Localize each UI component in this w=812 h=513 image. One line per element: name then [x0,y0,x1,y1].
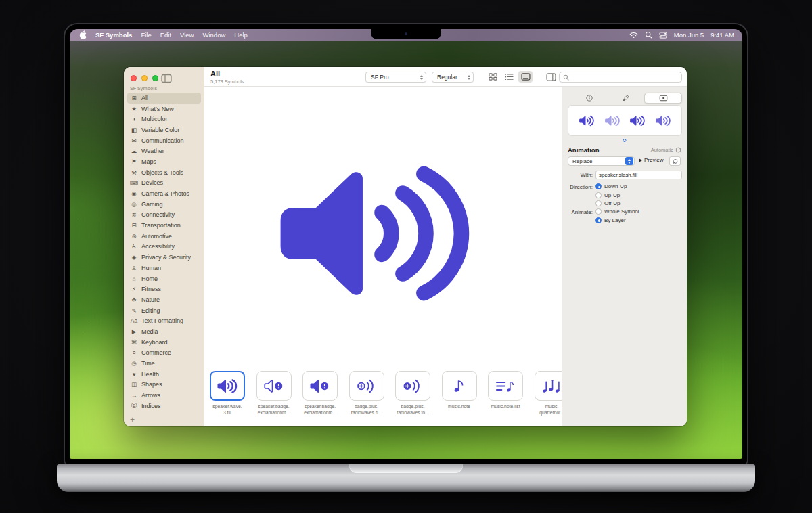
search-input[interactable] [572,74,678,81]
thumbnail-speaker-wave-3-fill[interactable] [210,371,245,401]
automatic-toggle[interactable]: Automatic [651,147,681,153]
search-field[interactable] [559,72,682,83]
thumbnail-music-note-list[interactable] [488,371,523,401]
menubar-menu-help[interactable]: Help [234,31,248,39]
music-note-icon [449,378,470,395]
sidebar-item-label: Automotive [141,233,172,240]
sidebar-item-maps[interactable]: ⚑ Maps [127,156,201,167]
sidebar-item-accessibility[interactable]: ♿ Accessibility [127,242,201,252]
apple-logo-icon[interactable] [79,30,87,39]
sidebar-item-commerce[interactable]: ¤ Commerce [127,348,201,359]
sidebar-item-privacy-security[interactable]: ◈ Privacy & Security [127,252,201,263]
close-button[interactable] [131,75,137,81]
menubar-time[interactable]: 9:41 AM [710,31,734,39]
sidebar-item-camera-photos[interactable]: ◉ Camera & Photos [127,188,201,199]
preview-symbol-speaker-wave-3-fill-1 [579,114,595,127]
menubar-app-name[interactable]: SF Symbols [95,31,132,39]
display-notch [371,29,441,39]
thumbnail-badge-plus-radiowaves-forward[interactable] [395,371,430,401]
sidebar-item-human[interactable]: ♙ Human [127,263,201,273]
laptop-screen: SF Symbols FileEditViewWindowHelp [70,29,742,459]
sidebar-item-label: Variable Color [141,127,179,133]
direction-option-down-up[interactable]: Down-Up [595,183,627,189]
gallery-view-button[interactable] [518,71,533,83]
sidebar-item-transportation[interactable]: ⊟ Transportation [127,220,201,231]
with-symbol-field[interactable] [595,171,682,179]
inspector-tab-info[interactable] [571,93,608,104]
inspector-tabs [571,93,682,104]
with-label: With: [562,172,593,178]
loop-button[interactable] [669,156,681,166]
sidebar-item-indices[interactable]: ⓐ Indices [127,401,201,411]
sidebar-item-home[interactable]: ⌂ Home [127,273,201,284]
control-center-icon[interactable] [659,32,667,39]
inspector-tab-animation[interactable] [644,93,682,104]
map-icon: ⚑ [130,158,138,165]
sidebar-item-arrows[interactable]: → Arrows [127,390,201,401]
sidebar-item-what-s-new[interactable]: ★ What's New [127,104,201,114]
sidebar-item-nature[interactable]: ☘ Nature [127,294,201,305]
sidebar-item-label: Human [141,265,161,271]
menubar-menu-view[interactable]: View [180,31,194,39]
menubar-menu-edit[interactable]: Edit [160,31,171,39]
menubar-menu-file[interactable]: File [141,31,151,39]
weight-select[interactable]: Regular [432,72,474,83]
direction-option-up-up[interactable]: Up-Up [595,192,627,198]
animate-option-by-layer[interactable]: By Layer [595,217,639,223]
preview-button[interactable]: Preview [639,157,663,163]
sidebar-item-shapes[interactable]: ◫ Shapes [127,380,201,391]
sidebar-item-objects-tools[interactable]: ⚒ Objects & Tools [127,167,201,178]
page-title: All [210,70,244,78]
spotlight-search-icon[interactable] [645,31,652,39]
sidebar-item-all[interactable]: ⊞ All [127,93,201,104]
menubar-menu-window[interactable]: Window [202,31,225,39]
sidebar-item-media[interactable]: ▶ Media [127,326,201,337]
add-collection-button[interactable]: + [130,416,135,423]
sidebar-item-weather[interactable]: ☁ Weather [127,146,201,156]
sidebar-item-fitness[interactable]: ⚡ Fitness [127,284,201,294]
sidebar-item-label: Maps [141,158,156,165]
sidebar-item-devices[interactable]: ⌨ Devices [127,178,201,189]
sidebar-item-connectivity[interactable]: ≋ Connectivity [127,210,201,221]
sidebar-item-automotive[interactable]: ⊛ Automotive [127,231,201,242]
sidebar-item-multicolor[interactable]: ◑ Multicolor [127,114,201,125]
menubar-date[interactable]: Mon Jun 5 [674,31,704,39]
toggle-inspector-button[interactable] [544,71,558,83]
thumbnail-music-note[interactable] [442,371,477,401]
zoom-button[interactable] [152,75,158,81]
thumbnail-speaker-badge-exclamationmark[interactable] [256,371,292,401]
wifi-icon[interactable] [629,32,638,39]
stepper-icon [625,157,633,165]
steeringwheel-icon: ⊛ [130,233,138,240]
animate-option-whole-symbol[interactable]: Whole Symbol [595,208,639,215]
minimize-button[interactable] [141,75,148,81]
toggle-sidebar-icon[interactable] [161,74,172,83]
thumbnail-speaker-badge-exclamationmark-fill[interactable] [302,371,338,401]
sidebar-item-time[interactable]: ◷ Time [127,358,201,369]
list-view-button[interactable] [502,71,516,83]
thumbnail-label: music. quarternot... [531,404,562,416]
sidebar-item-label: Accessibility [141,243,175,250]
thumbnail-badge-plus-radiowaves-right[interactable] [349,371,384,401]
sidebar-item-editing[interactable]: ✎ Editing [127,305,201,316]
sidebar-item-communication[interactable]: ✉ Communication [127,135,201,146]
thumbnail-music-quarternote-3[interactable] [535,371,562,401]
sidebar-item-variable-color[interactable]: ◧ Variable Color [127,125,201,135]
animation-effect-select[interactable]: Replace [568,156,635,166]
sidebar-item-health[interactable]: ♥ Health [127,369,201,380]
sf-symbols-window: SF Symbols ⊞ All ★ What's New ◑ Multicol… [124,67,687,426]
sidebar-item-label: Health [141,371,159,378]
font-select[interactable]: SF Pro [365,72,426,83]
grid-view-button[interactable] [486,71,500,83]
variable-color-icon: ◧ [130,127,138,133]
sidebar-item-text-formatting[interactable]: Aa Text Formatting [127,315,201,326]
gallery-main: speaker.wave. 3.fill speaker.badge. excl… [204,87,562,426]
chevron-up-down-icon [420,75,423,80]
sidebar-item-gaming[interactable]: ◎ Gaming [127,199,201,210]
inspector-tab-rendering[interactable] [608,93,644,104]
speaker-badge-excl-fill-icon [309,378,331,395]
speaker-wave-3-fill-icon [217,378,238,395]
sidebar-item-keyboard[interactable]: ⌘ Keyboard [127,337,201,348]
direction-option-off-up[interactable]: Off-Up [595,200,627,206]
preview-page-indicator[interactable] [623,139,627,142]
